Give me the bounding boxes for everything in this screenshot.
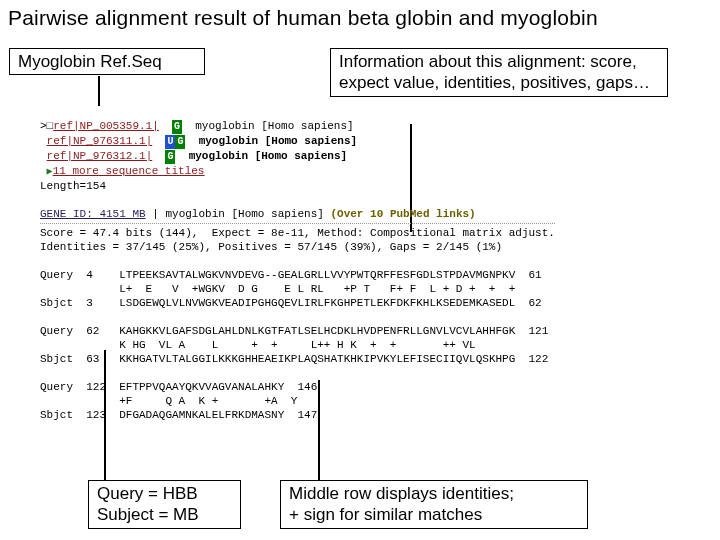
label-myoglobin-refseq: Myoglobin Ref.Seq bbox=[9, 48, 205, 75]
page-title: Pairwise alignment result of human beta … bbox=[8, 6, 712, 30]
label-middle-row: Middle row displays identities; + sign f… bbox=[280, 480, 588, 529]
match-row-1: L+ E V +WGKV D G E L RL +P T F+ F L + D … bbox=[40, 283, 515, 295]
alignment-output: >□ref|NP_005359.1| G myoglobin [Homo sap… bbox=[40, 105, 555, 422]
label-line: Subject = MB bbox=[97, 504, 232, 525]
ref3-desc: myoglobin [Homo sapiens] bbox=[189, 150, 347, 162]
g-icon: G bbox=[165, 150, 175, 164]
label-query-subject: Query = HBB Subject = MB bbox=[88, 480, 241, 529]
g-icon: G bbox=[175, 135, 185, 149]
more-titles-link[interactable]: 11 more sequence titles bbox=[53, 165, 205, 177]
refseq-link-1[interactable]: ref|NP_005359.1| bbox=[53, 120, 159, 132]
refseq-link-2[interactable]: ref|NP_976311.1| bbox=[47, 135, 153, 147]
refseq-link-3[interactable]: ref|NP_976312.1| bbox=[47, 150, 153, 162]
stats-line-2: Identities = 37/145 (25%), Positives = 5… bbox=[40, 241, 502, 253]
query-row-2: Query 62 KAHGKKVLGAFSDGLAHLDNLKGTFATLSEL… bbox=[40, 325, 548, 337]
pubmed-links[interactable]: (Over 10 PubMed links) bbox=[330, 208, 475, 220]
label-alignment-info: Information about this alignment: score,… bbox=[330, 48, 668, 97]
query-row-3: Query 122 EFTPPVQAAYQKVVAGVANALAHKY 146 bbox=[40, 381, 317, 393]
stats-line-1: Score = 47.4 bits (144), Expect = 8e-11,… bbox=[40, 223, 555, 240]
length-text: Length=154 bbox=[40, 180, 106, 192]
label-line: Middle row displays identities; bbox=[289, 483, 579, 504]
label-line: Query = HBB bbox=[97, 483, 232, 504]
query-row-1: Query 4 LTPEEKSAVTALWGKVNVDEVG--GEALGRLL… bbox=[40, 269, 542, 281]
gene-id-link[interactable]: GENE ID: 4151 MB bbox=[40, 208, 146, 220]
gene-desc: | myoglobin [Homo sapiens] bbox=[146, 208, 331, 220]
sbjct-row-1: Sbjct 3 LSDGEWQLVLNVWGKVEADIPGHGQEVLIRLF… bbox=[40, 297, 542, 309]
match-row-3: +F Q A K + +A Y bbox=[40, 395, 297, 407]
caret-icon: >□ bbox=[40, 120, 53, 132]
match-row-2: K HG VL A L + + L++ H K + + ++ VL bbox=[40, 339, 509, 351]
ref2-desc: myoglobin [Homo sapiens] bbox=[199, 135, 357, 147]
label-line: + sign for similar matches bbox=[289, 504, 579, 525]
ref1-desc: myoglobin [Homo sapiens] bbox=[195, 120, 353, 132]
sbjct-row-3: Sbjct 123 DFGADAQGAMNKALELFRKDMASNY 147 bbox=[40, 409, 317, 421]
connector-line bbox=[98, 76, 100, 106]
sbjct-row-2: Sbjct 63 KKHGATVLTALGGILKKKGHHEAEIKPLAQS… bbox=[40, 353, 548, 365]
u-icon: U bbox=[165, 135, 175, 149]
g-icon: G bbox=[172, 120, 182, 134]
